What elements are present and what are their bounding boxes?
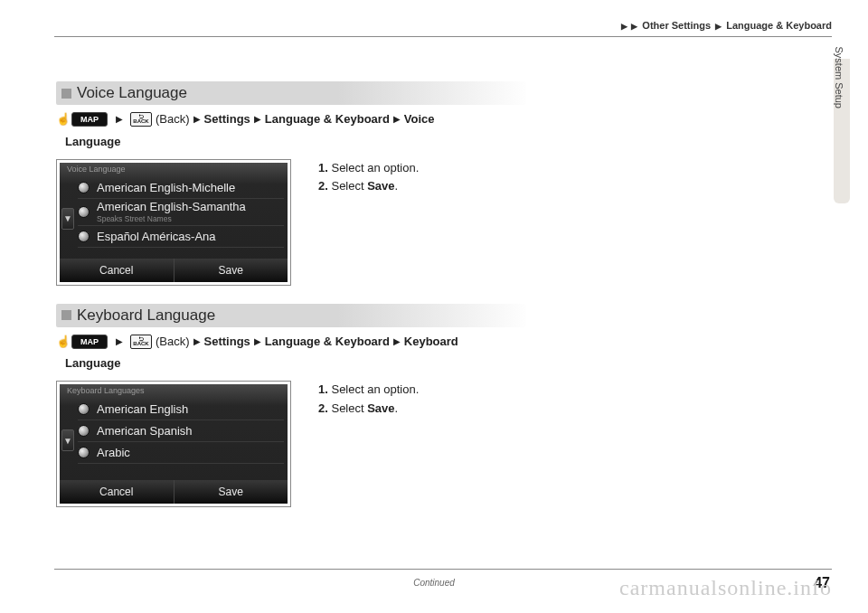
instruction-step-2: 2. Select Save. <box>318 177 419 196</box>
save-button[interactable]: Save <box>175 480 288 504</box>
divider <box>54 569 832 570</box>
list-item[interactable]: American Spanish <box>78 420 284 442</box>
list-item[interactable]: Arabic <box>78 442 284 464</box>
divider <box>54 36 832 37</box>
crumb-settings: Settings <box>204 333 250 352</box>
arrow-icon: ▶ <box>116 112 123 127</box>
section-row: Keyboard Languages ▼ American English Am… <box>56 381 779 507</box>
screenshot-inner: Voice Language ▼ American English-Michel… <box>60 163 288 282</box>
screenshot-title: Voice Language <box>67 165 126 174</box>
instruction-step-2: 2. Select Save. <box>318 400 419 419</box>
list-item[interactable]: American English <box>78 399 284 420</box>
section-title: Voice Language <box>77 84 187 102</box>
instruction-step-1: 1. Select an option. <box>318 381 419 400</box>
arrow-icon: ▶ <box>193 112 201 127</box>
keyboard-option-list: American English American Spanish Arabic <box>78 399 284 464</box>
step-text-bold: Save <box>367 179 394 193</box>
nav-path-voice-line2: Language <box>65 133 779 152</box>
back-button-icon: ⮌BACK <box>130 112 152 127</box>
item-label: Arabic <box>97 446 130 459</box>
scroll-down-icon[interactable]: ▼ <box>61 429 74 451</box>
instructions-voice: 1. Select an option. 2. Select Save. <box>318 159 419 197</box>
step-num: 2. <box>318 401 328 415</box>
arrow-icon: ▶ <box>621 22 627 31</box>
item-label: American English-Michelle <box>97 181 235 194</box>
crumb-final2: Language <box>65 133 120 152</box>
save-button[interactable]: Save <box>175 259 288 282</box>
section-row: Voice Language ▼ American English-Michel… <box>56 159 779 286</box>
hand-icon: ☝ <box>56 333 67 352</box>
step-text: Select an option. <box>328 382 419 396</box>
arrow-icon: ▶ <box>393 112 401 127</box>
section-title: Keyboard Language <box>77 306 215 325</box>
item-label: American English-Samantha <box>97 200 246 213</box>
arrow-icon: ▶ <box>254 335 261 349</box>
watermark: carmanualsonline.info <box>619 576 832 600</box>
radio-icon <box>78 425 90 437</box>
crumb-final2: Language <box>65 354 120 373</box>
back-label: (Back) <box>156 110 190 129</box>
screenshot-title: Keyboard Languages <box>67 386 145 395</box>
radio-icon <box>78 403 90 415</box>
list-item[interactable]: Español Américas-Ana <box>78 226 284 248</box>
main-content: Voice Language ☝ MAP ▶ ⮌BACK (Back) ▶ Se… <box>56 81 779 525</box>
item-label: Español Américas-Ana <box>97 230 216 243</box>
arrow-icon: ▶ <box>193 335 201 349</box>
arrow-icon: ▶ <box>393 335 401 349</box>
radio-icon <box>78 182 90 193</box>
back-label: (Back) <box>156 333 190 352</box>
step-text-pre: Select <box>328 179 367 193</box>
section-heading-keyboard: Keyboard Language <box>56 304 526 327</box>
screenshot-inner: Keyboard Languages ▼ American English Am… <box>60 384 288 504</box>
crumb-settings: Settings <box>204 110 250 129</box>
cancel-button[interactable]: Cancel <box>60 259 175 282</box>
step-num: 1. <box>318 161 328 174</box>
crumb-lk: Language & Keyboard <box>265 110 390 129</box>
step-text: Select an option. <box>328 161 419 174</box>
footer-continued: Continued <box>413 578 455 588</box>
item-label: American Spanish <box>97 424 193 438</box>
cancel-button[interactable]: Cancel <box>60 480 175 504</box>
step-text-post: . <box>395 401 399 415</box>
screenshot-voice-language: Voice Language ▼ American English-Michel… <box>56 159 291 286</box>
screenshot-keyboard-language: Keyboard Languages ▼ American English Am… <box>56 381 291 507</box>
square-bullet-icon <box>61 310 71 320</box>
arrow-icon: ▶ <box>715 22 722 31</box>
step-text-post: . <box>395 179 399 193</box>
crumb-lk: Language & Keyboard <box>265 333 390 352</box>
step-num: 1. <box>318 382 328 396</box>
step-text-bold: Save <box>367 401 394 415</box>
nav-path-voice: ☝ MAP ▶ ⮌BACK (Back) ▶ Settings ▶ Langua… <box>56 110 779 129</box>
list-item[interactable]: American English-Samantha Speaks Street … <box>78 199 284 226</box>
map-button-icon: MAP <box>71 335 108 349</box>
step-text-pre: Select <box>328 401 367 415</box>
arrow-icon: ▶ <box>116 335 123 349</box>
crumb-final: Keyboard <box>404 333 458 352</box>
radio-icon <box>78 447 90 458</box>
voice-option-list: American English-Michelle American Engli… <box>78 177 284 248</box>
arrow-icon: ▶ <box>254 112 261 127</box>
page-header-breadcrumb: ▶▶ Other Settings ▶ Language & Keyboard <box>619 20 832 31</box>
side-tab-label: System Setup <box>834 47 844 108</box>
screenshot-footer: Cancel Save <box>60 480 288 504</box>
screenshot-footer: Cancel Save <box>60 259 288 282</box>
nav-path-keyboard-line2: Language <box>65 354 779 373</box>
instructions-keyboard: 1. Select an option. 2. Select Save. <box>318 381 419 419</box>
nav-path-keyboard: ☝ MAP ▶ ⮌BACK (Back) ▶ Settings ▶ Langua… <box>56 333 779 352</box>
crumb-final: Voice <box>404 110 435 129</box>
step-num: 2. <box>318 179 328 193</box>
list-item[interactable]: American English-Michelle <box>78 177 284 199</box>
radio-icon <box>78 206 90 218</box>
square-bullet-icon <box>61 89 71 99</box>
hand-icon: ☝ <box>56 110 67 129</box>
item-label: American English <box>97 402 188 416</box>
header-path-1: Other Settings <box>642 20 711 31</box>
header-path-2: Language & Keyboard <box>726 20 832 31</box>
section-heading-voice: Voice Language <box>56 81 526 105</box>
map-button-icon: MAP <box>71 112 108 127</box>
radio-icon <box>78 231 90 242</box>
arrow-icon: ▶ <box>631 22 637 31</box>
item-sublabel: Speaks Street Names <box>97 214 172 223</box>
scroll-down-icon[interactable]: ▼ <box>61 208 74 230</box>
back-button-icon: ⮌BACK <box>130 335 152 349</box>
